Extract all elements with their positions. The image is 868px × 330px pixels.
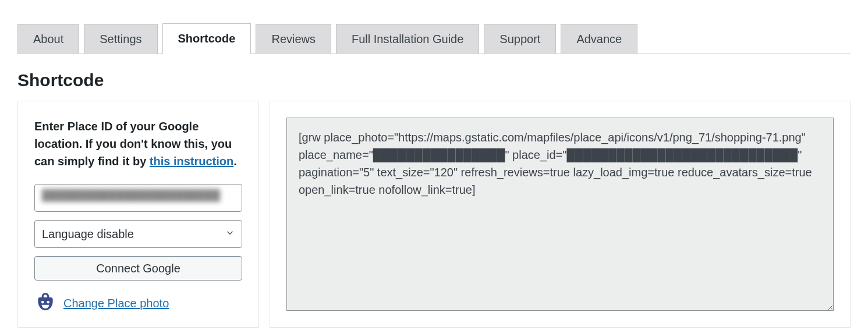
tab-guide[interactable]: Full Installation Guide (336, 24, 479, 54)
tab-reviews[interactable]: Reviews (256, 24, 331, 54)
instruction-link[interactable]: this instruction (150, 155, 233, 168)
shortcode-output[interactable] (286, 118, 834, 311)
tab-shortcode[interactable]: Shortcode (162, 23, 251, 54)
tab-about[interactable]: About (17, 24, 79, 54)
change-photo-row: Change Place photo (34, 291, 169, 315)
tab-settings[interactable]: Settings (84, 24, 157, 54)
connect-google-button[interactable]: Connect Google (34, 256, 242, 281)
page-title: Shortcode (17, 70, 851, 90)
place-id-input[interactable]: ████████████████████████ (34, 184, 242, 212)
language-select[interactable]: Language disable (34, 220, 242, 248)
tab-bar: About Settings Shortcode Reviews Full In… (17, 23, 851, 54)
instruction-suffix: . (233, 155, 237, 168)
tab-support[interactable]: Support (484, 24, 556, 54)
shopping-bag-icon (34, 291, 56, 315)
instruction-text: Enter Place ID of your Google location. … (34, 118, 242, 170)
shortcode-panel (270, 101, 851, 328)
change-place-photo-link[interactable]: Change Place photo (63, 297, 169, 310)
language-select-wrapper: Language disable (34, 220, 242, 248)
tab-advance[interactable]: Advance (561, 24, 637, 54)
settings-panel: Enter Place ID of your Google location. … (17, 101, 259, 328)
place-id-value: ████████████████████████ (42, 189, 220, 201)
